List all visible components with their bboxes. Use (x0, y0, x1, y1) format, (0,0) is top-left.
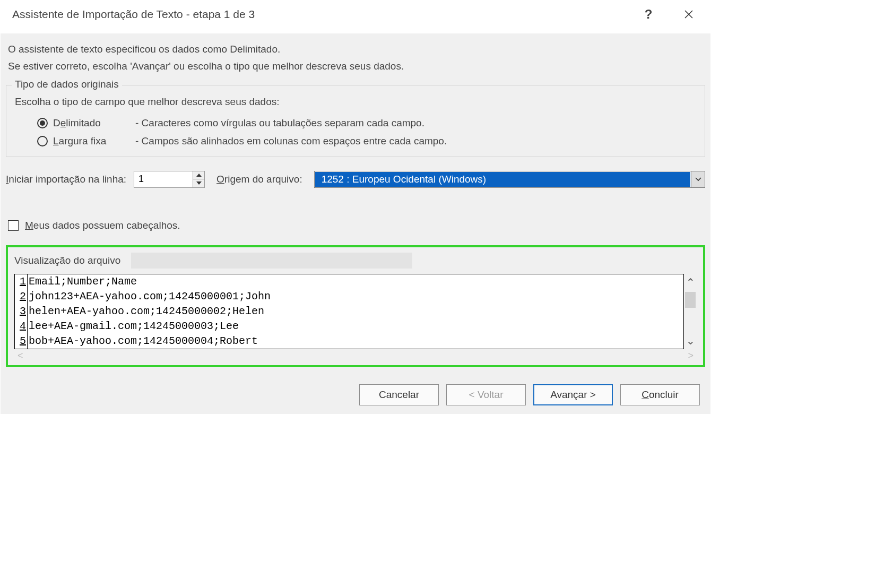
file-origin-label: Origem do arquivo: (216, 174, 302, 185)
title-bar: Assistente de Importação de Texto - etap… (1, 1, 710, 33)
radio-fixed-width-desc: - Campos são alinhados em colunas com es… (135, 135, 447, 147)
radio-delimited[interactable]: Delimitado - Caracteres como vírgulas ou… (13, 114, 698, 132)
radio-delimited-desc: - Caracteres como vírgulas ou tabulações… (135, 117, 424, 129)
radio-fixed-width-indicator (37, 136, 48, 146)
scroll-right-icon[interactable]: > (688, 350, 694, 361)
preview-redaction (131, 253, 412, 269)
start-row-spinner[interactable] (134, 171, 205, 188)
has-headers-checkbox[interactable] (8, 220, 19, 231)
chevron-down-icon (196, 181, 202, 185)
group-title: Tipo de dados originais (12, 79, 122, 90)
preview-title: Visualização do arquivo (14, 255, 120, 266)
preview-horizontal-scrollbar[interactable]: < > (14, 349, 697, 361)
file-origin-select[interactable]: 1252 : Europeu Ocidental (Windows) (314, 171, 705, 188)
help-button[interactable]: ? (636, 6, 661, 23)
finish-button[interactable]: Concluir (620, 384, 700, 405)
svg-marker-2 (196, 174, 202, 177)
file-origin-value: 1252 : Europeu Ocidental (Windows) (315, 171, 691, 187)
chevron-down-icon (695, 177, 701, 181)
has-headers-checkbox-row[interactable]: Meus dados possuem cabeçalhos. (8, 220, 705, 231)
back-button: < Voltar (446, 384, 526, 405)
preview-line: 4lee+AEA-gmail.com;14245000003;Lee (15, 319, 683, 334)
start-row-input[interactable] (134, 171, 193, 187)
chevron-up-icon (196, 174, 202, 177)
cancel-button[interactable]: Cancelar (359, 384, 439, 405)
next-button[interactable]: Avançar > (533, 384, 613, 405)
scroll-left-icon[interactable]: < (18, 350, 23, 361)
close-button[interactable] (677, 6, 701, 23)
scroll-down-icon[interactable]: ⌄ (684, 334, 697, 347)
scrollbar-thumb[interactable] (685, 292, 696, 308)
preview-vertical-scrollbar[interactable]: ⌃ ⌄ (684, 274, 697, 349)
file-preview-section: Visualização do arquivo 1Email;Number;Na… (6, 245, 705, 367)
dialog-title: Assistente de Importação de Texto - etap… (12, 8, 620, 21)
preview-line: 3helen+AEA-yahoo.com;14245000002;Helen (15, 304, 683, 319)
preview-line: 5bob+AEA-yahoo.com;14245000004;Robert (15, 334, 683, 349)
radio-fixed-width-label: Largura fixa (53, 135, 130, 147)
intro-line-2: Se estiver correto, escolha 'Avançar' ou… (8, 58, 705, 75)
start-row-label: Iniciar importação na linha: (6, 174, 126, 185)
scroll-up-icon[interactable]: ⌃ (684, 276, 697, 289)
radio-delimited-label: Delimitado (53, 117, 130, 129)
radio-fixed-width[interactable]: Largura fixa - Campos são alinhados em c… (13, 132, 698, 150)
import-settings-row: Iniciar importação na linha: Origem do a… (6, 171, 705, 188)
svg-marker-3 (196, 181, 202, 185)
text-import-wizard-dialog: Assistente de Importação de Texto - etap… (0, 0, 711, 414)
original-data-type-group: Tipo de dados originais Escolha o tipo d… (6, 85, 705, 157)
intro-text: O assistente de texto especificou os dad… (6, 39, 705, 80)
has-headers-label: Meus dados possuem cabeçalhos. (25, 220, 180, 231)
intro-line-1: O assistente de texto especificou os dad… (8, 41, 705, 58)
dialog-button-row: Cancelar < Voltar Avançar > Concluir (6, 375, 705, 408)
group-instruction: Escolha o tipo de campo que melhor descr… (15, 96, 698, 108)
close-icon (684, 10, 694, 19)
preview-line: 1Email;Number;Name (15, 274, 683, 289)
file-origin-dropdown-button[interactable] (691, 171, 705, 187)
preview-textbox[interactable]: 1Email;Number;Name 2john123+AEA-yahoo.co… (14, 274, 684, 349)
radio-delimited-indicator (37, 118, 48, 128)
preview-line: 2john123+AEA-yahoo.com;14245000001;John (15, 289, 683, 304)
spinner-down-button[interactable] (193, 179, 204, 187)
spinner-up-button[interactable] (193, 171, 204, 179)
